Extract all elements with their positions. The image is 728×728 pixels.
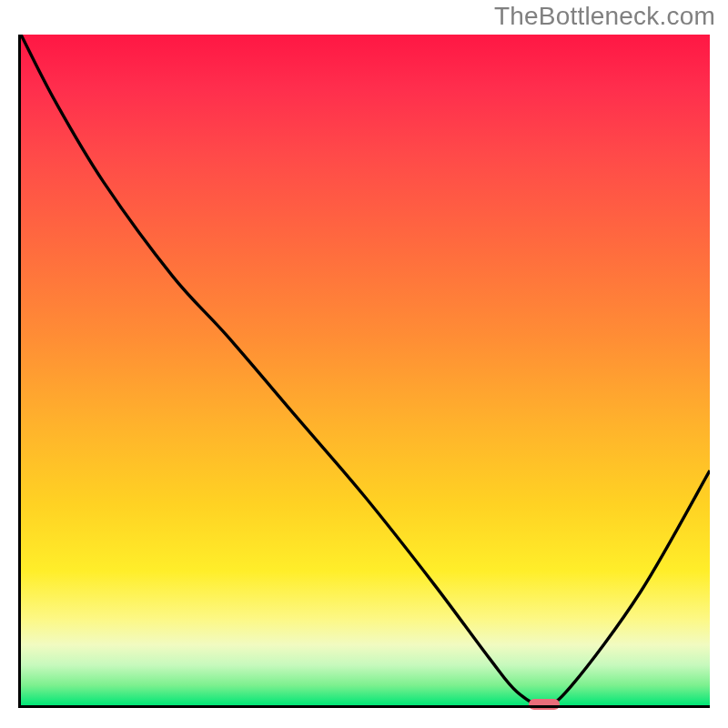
chart-container: TheBottleneck.com <box>0 0 728 728</box>
x-axis-line <box>18 705 710 708</box>
minimum-marker <box>529 699 560 710</box>
watermark-text: TheBottleneck.com <box>494 2 715 31</box>
plot-area <box>18 35 710 708</box>
bottleneck-curve <box>21 35 710 705</box>
